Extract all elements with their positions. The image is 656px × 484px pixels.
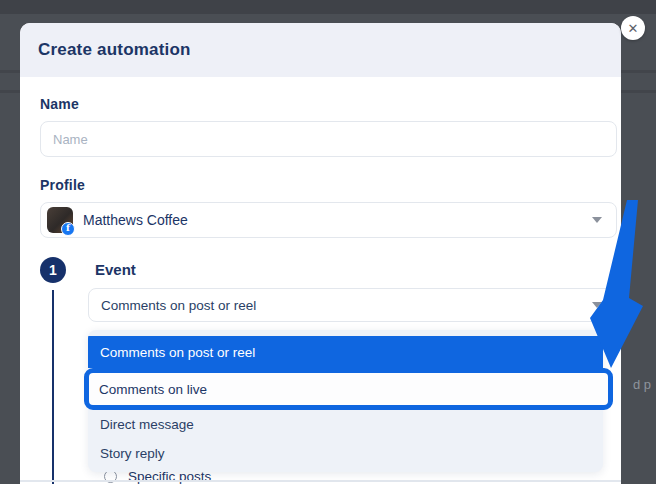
profile-label: Profile: [40, 177, 85, 193]
step-connector-line: [52, 290, 54, 484]
close-button[interactable]: ✕: [621, 16, 645, 40]
step-1-badge: 1: [40, 257, 66, 283]
name-input[interactable]: [40, 121, 617, 157]
event-select[interactable]: Comments on post or reel: [88, 288, 617, 322]
section-divider: [20, 480, 621, 482]
background-text-fragment: d p: [633, 377, 651, 392]
background-top-band: [0, 0, 656, 14]
chevron-down-icon: [592, 217, 602, 223]
name-label: Name: [40, 96, 79, 112]
dropdown-option-comments-post-reel[interactable]: Comments on post or reel: [88, 336, 603, 368]
page-title: Create automation: [38, 40, 191, 60]
dropdown-option-story-reply[interactable]: Story reply: [88, 438, 603, 468]
event-select-value: Comments on post or reel: [101, 298, 592, 313]
close-icon: ✕: [628, 22, 639, 35]
chevron-down-icon: [592, 302, 602, 308]
profile-selected-name: Matthews Coffee: [83, 212, 592, 228]
profile-select[interactable]: f Matthews Coffee: [40, 202, 617, 238]
avatar: f: [47, 207, 73, 233]
dropdown-option-comments-live[interactable]: Comments on live: [89, 382, 608, 397]
event-label: Event: [95, 261, 136, 278]
highlight-annotation: Comments on live: [84, 368, 613, 410]
modal-header: Create automation: [20, 23, 621, 77]
facebook-badge-icon: f: [61, 222, 75, 236]
dropdown-option-direct-message[interactable]: Direct message: [88, 410, 603, 438]
create-automation-modal: Create automation Name Profile f Matthew…: [20, 23, 621, 484]
